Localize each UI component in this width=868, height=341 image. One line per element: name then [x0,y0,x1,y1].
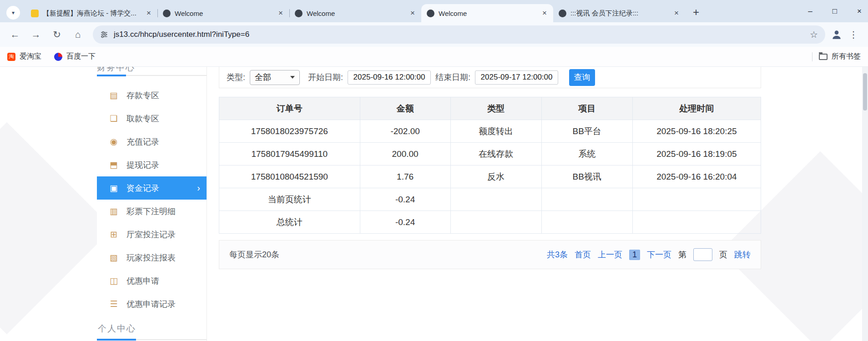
sidebar-item-deposit[interactable]: ▤ 存款专区 [97,84,207,107]
jump-link[interactable]: 跳转 [734,249,751,260]
sidebar-menu: ▤ 存款专区 ❏ 取款专区 ◉ 充值记录 ⬒ 提现记录 ▣ 资金记录 › ▥ [97,84,207,316]
first-page-link[interactable]: 首页 [575,249,591,260]
withdraw-icon: ❏ [109,113,119,124]
sidebar-item-label: 提现记录 [126,160,159,170]
table-row: 1758018023975726 -202.00 额度转出 BB平台 2025-… [219,120,761,143]
site-info-icon[interactable] [100,30,108,39]
baidu-icon [54,53,62,61]
tab-title: Welcome [439,10,537,17]
tab-close-icon[interactable]: × [673,9,680,18]
type-select[interactable]: 全部 [250,70,300,85]
tab-close-icon[interactable]: × [146,9,152,18]
end-date-label: 结束日期: [435,72,470,83]
sidebar-item-withdrawal-record[interactable]: ⬒ 提现记录 [97,153,207,176]
type-select-value: 全部 [255,72,271,83]
cell-project: BB平台 [541,120,632,143]
bookmarks-divider [812,52,812,61]
cell-order-no: 1758010804521590 [219,165,360,188]
tab-close-icon[interactable]: × [278,9,284,18]
start-date-input[interactable] [348,70,431,85]
browser-tab-active[interactable]: Welcome × [421,4,553,22]
section-underline [97,75,207,76]
column-header: 项目 [541,97,632,120]
browser-tab[interactable]: 【新提醒】海燕论坛 - 博学交... × [25,4,157,22]
sidebar-item-label: 优惠申请 [126,276,159,286]
sidebar-item-player-bet-report[interactable]: ▧ 玩家投注报表 [97,246,207,269]
funds-record-icon: ▣ [109,183,119,193]
sidebar-item-label: 优惠申请记录 [126,299,176,310]
sidebar-item-recharge-record[interactable]: ◉ 充值记录 [97,130,207,153]
filter-bar: 类型: 全部 开始日期: 结束日期: 查询 [219,67,761,88]
end-date-input[interactable] [475,70,558,85]
home-button[interactable]: ⌂ [68,25,87,44]
current-page-badge: 1 [629,250,640,260]
bookmark-item[interactable]: 淘 爱淘宝 [7,52,41,61]
globe-favicon [559,10,566,17]
maximize-button[interactable]: □ [833,7,837,16]
tab-title: Welcome [175,10,273,17]
scrollbar-thumb[interactable] [863,73,867,110]
column-header: 类型 [450,97,541,120]
page-content: 财务中心 ▤ 存款专区 ❏ 取款专区 ◉ 充值记录 ⬒ 提现记录 ▣ 资金记录 [0,67,868,341]
sidebar-section-personal: 个人中心 [97,321,207,340]
cell-empty [541,211,632,234]
pagination-bar: 每页显示20条 共3条 首页 上一页 1 下一页 第 页 跳转 [219,240,761,269]
cell-amount: 1.76 [360,165,450,188]
minimize-button[interactable]: – [808,7,812,16]
search-button[interactable]: 查询 [569,69,595,86]
cell-time: 2025-09-16 18:19:05 [632,143,761,165]
back-button[interactable]: ← [5,25,25,44]
cell-empty [632,188,761,211]
table-header-row: 订单号 金额 类型 项目 处理时间 [219,97,761,120]
withdrawal-record-icon: ⬒ [109,160,119,170]
close-window-button[interactable]: × [857,7,862,16]
page-scrollbar[interactable] [862,67,868,341]
main-content: 类型: 全部 开始日期: 结束日期: 查询 订单号 金额 类型 项目 [219,67,761,269]
browser-menu-icon[interactable]: ⋮ [844,29,863,40]
globe-favicon [427,10,434,17]
cell-time: 2025-09-16 18:20:25 [632,120,761,143]
jump-prefix-label: 第 [678,249,686,260]
sidebar-item-hall-bet-record[interactable]: ⊞ 厅室投注记录 [97,223,207,246]
new-tab-button[interactable]: + [689,6,703,19]
table-row: 1758010804521590 1.76 反水 BB视讯 2025-09-16… [219,165,761,188]
browser-tab[interactable]: Welcome × [289,4,421,22]
promo-apply-record-icon: ☰ [109,299,119,309]
tab-title: :::视讯 会员下注纪录::: [570,9,669,18]
browser-tab[interactable]: :::视讯 会员下注纪录::: × [553,4,685,22]
url-text[interactable]: js13.cc/hhcp/usercenter.html?iniType=6 [114,30,804,39]
cell-summary-label: 当前页统计 [219,188,360,211]
tab-title: 【新提醒】海燕论坛 - 博学交... [43,9,141,18]
refresh-button[interactable]: ↻ [47,25,66,44]
cell-type: 额度转出 [450,120,541,143]
background-shape [0,122,113,335]
tab-close-icon[interactable]: × [541,9,548,18]
forward-button[interactable]: → [26,25,45,44]
page-number-input[interactable] [693,248,712,261]
next-page-link[interactable]: 下一页 [647,249,671,260]
cell-empty [450,188,541,211]
bookmark-star-icon[interactable]: ☆ [810,29,818,40]
url-bar[interactable]: js13.cc/hhcp/usercenter.html?iniType=6 ☆ [93,25,825,44]
tab-close-icon[interactable]: × [409,9,416,18]
cell-project: BB视讯 [541,165,632,188]
browser-toolbar: ← → ↻ ⌂ js13.cc/hhcp/usercenter.html?ini… [0,22,868,47]
sidebar-item-funds-record[interactable]: ▣ 资金记录 › [97,176,207,200]
sidebar-item-promo-apply[interactable]: ◫ 优惠申请 [97,269,207,292]
sidebar-item-promo-apply-record[interactable]: ☰ 优惠申请记录 [97,292,207,316]
profile-icon[interactable] [831,29,843,40]
all-bookmarks-button[interactable]: 所有书签 [819,52,861,61]
window-controls: – □ × [808,0,862,22]
sidebar-item-lottery-bet-detail[interactable]: ▥ 彩票下注明细 [97,200,207,223]
tab-title: Welcome [307,10,405,17]
folder-icon [819,54,828,60]
cell-project: 系统 [541,143,632,165]
tab-search-button[interactable]: ▾ [6,6,20,20]
cell-amount: -0.24 [360,188,450,211]
recharge-record-icon: ◉ [109,136,119,147]
bookmark-item[interactable]: 百度一下 [54,52,96,61]
table-row: 1758017945499110 200.00 在线存款 系统 2025-09-… [219,143,761,165]
prev-page-link[interactable]: 上一页 [598,249,622,260]
sidebar-item-withdraw[interactable]: ❏ 取款专区 [97,107,207,130]
browser-tab[interactable]: Welcome × [157,4,289,22]
